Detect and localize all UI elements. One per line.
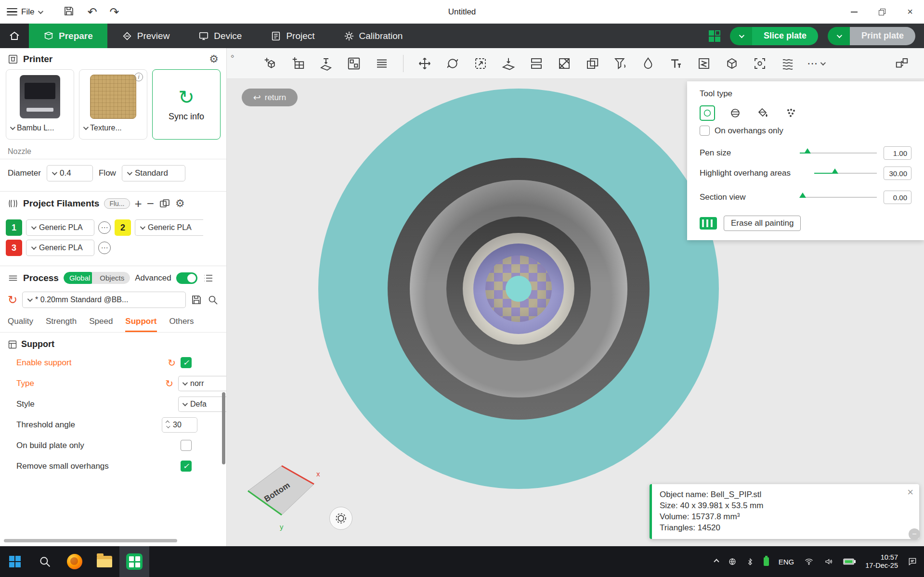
threshold-angle-input[interactable]: 30 xyxy=(162,417,197,433)
color-paint-icon[interactable] xyxy=(639,55,657,72)
section-view-value[interactable]: 0.00 xyxy=(884,191,911,204)
tab-device[interactable]: Device xyxy=(184,24,256,48)
highlight-overhang-value[interactable]: 30.00 xyxy=(884,167,911,180)
bambu-logo-icon[interactable] xyxy=(709,30,720,42)
volume-icon[interactable] xyxy=(824,557,833,566)
print-plate-button[interactable]: Print plate xyxy=(828,27,915,45)
advanced-toggle[interactable] xyxy=(176,272,197,284)
print-dropdown-chevron[interactable] xyxy=(828,27,850,45)
tab-speed[interactable]: Speed xyxy=(89,317,113,332)
frame-icon[interactable] xyxy=(751,55,768,72)
tab-preview[interactable]: Preview xyxy=(107,24,184,48)
flow-select[interactable]: Standard xyxy=(122,165,185,181)
save-icon[interactable] xyxy=(63,5,75,19)
build-plate-card[interactable]: i Texture... xyxy=(79,69,147,140)
flush-options-button[interactable]: Flu... xyxy=(104,198,130,209)
cut-icon[interactable] xyxy=(528,55,545,72)
support-style-select[interactable]: Defa xyxy=(178,397,226,412)
file-explorer-taskbar-icon[interactable] xyxy=(90,546,119,577)
filament-3-more-icon[interactable]: ⋯ xyxy=(98,242,111,254)
home-button[interactable] xyxy=(0,24,29,48)
tray-battery-device-icon[interactable] xyxy=(764,557,769,566)
cube-icon[interactable] xyxy=(723,55,741,72)
tab-calibration[interactable]: Calibration xyxy=(329,24,417,48)
filament-3-chip[interactable]: 3 xyxy=(6,240,22,256)
circle-brush-tool[interactable] xyxy=(700,105,715,121)
model-center-hole[interactable] xyxy=(506,276,532,302)
search-icon[interactable] xyxy=(207,294,219,306)
wifi-icon[interactable] xyxy=(804,557,814,566)
printer-card[interactable]: Bambu L... xyxy=(6,69,74,140)
filament-2-chip[interactable]: 2 xyxy=(115,219,131,236)
tab-support[interactable]: Support xyxy=(125,317,156,332)
toolbar-more-button[interactable]: ⋯ xyxy=(807,57,824,70)
rotate-icon[interactable] xyxy=(444,55,461,72)
slice-plate-button[interactable]: Slice plate xyxy=(730,27,818,45)
tab-prepare[interactable]: Prepare xyxy=(29,24,107,48)
filament-1-more-icon[interactable]: ⋯ xyxy=(98,221,111,234)
enable-support-checkbox[interactable]: ✓ xyxy=(181,357,192,368)
plate-info-icon[interactable]: i xyxy=(134,73,143,81)
remove-small-overhangs-checkbox[interactable]: ✓ xyxy=(181,461,192,472)
gap-fill-tool[interactable] xyxy=(783,105,799,121)
action-center-icon[interactable] xyxy=(908,557,917,566)
minimize-button[interactable] xyxy=(840,0,868,24)
tab-quality[interactable]: Quality xyxy=(8,317,33,332)
text-tool-icon[interactable] xyxy=(667,55,685,72)
support-type-select[interactable]: norr xyxy=(178,376,226,391)
slice-dropdown-chevron[interactable] xyxy=(730,27,752,45)
sync-filament-list-icon[interactable] xyxy=(159,198,170,209)
lay-on-face-icon[interactable] xyxy=(500,55,517,72)
section-view-slider[interactable] xyxy=(800,197,877,198)
highlight-overhang-slider[interactable] xyxy=(814,173,877,174)
auto-orient-icon[interactable] xyxy=(317,55,335,72)
filament-1-chip[interactable]: 1 xyxy=(6,219,22,236)
bambu-studio-taskbar-icon[interactable] xyxy=(119,546,149,577)
tray-expand-icon[interactable] xyxy=(715,560,718,564)
printer-settings-gear-icon[interactable]: ⚙ xyxy=(209,54,219,64)
taskbar-search-button[interactable] xyxy=(30,546,60,577)
erase-all-painting-button[interactable]: Erase all painting xyxy=(724,216,801,231)
modifier-icon[interactable] xyxy=(556,55,573,72)
pen-size-slider[interactable] xyxy=(800,153,877,154)
vertical-scrollbar[interactable] xyxy=(222,392,225,464)
save-preset-icon[interactable] xyxy=(191,294,202,306)
info-close-icon[interactable]: × xyxy=(907,487,913,498)
view-mode-button[interactable] xyxy=(329,507,352,530)
return-button[interactable]: ↩ return xyxy=(242,89,298,106)
tray-app-icon[interactable] xyxy=(728,557,737,566)
bluetooth-icon[interactable] xyxy=(746,557,754,566)
taskbar-clock[interactable]: 10:57 17-Dec-25 xyxy=(865,553,898,570)
scope-global-button[interactable]: Global xyxy=(64,272,96,284)
add-object-icon[interactable] xyxy=(261,55,279,72)
sphere-brush-tool[interactable] xyxy=(728,105,743,121)
on-overhangs-only-checkbox[interactable] xyxy=(700,126,710,136)
start-button[interactable] xyxy=(0,546,30,577)
scope-objects-button[interactable]: Objects xyxy=(92,272,130,284)
reset-icon[interactable]: ↻ xyxy=(165,379,173,388)
process-list-icon[interactable] xyxy=(202,272,214,284)
fill-tool[interactable] xyxy=(755,105,771,121)
orientation-gizmo[interactable]: x y Bottom xyxy=(239,456,326,533)
preset-select[interactable]: * 0.20mm Standard @BB... xyxy=(22,292,186,308)
panel-collapse-icon[interactable]: ‹› xyxy=(231,52,233,60)
on-build-plate-only-checkbox[interactable] xyxy=(181,440,192,451)
scale-icon[interactable] xyxy=(472,55,489,72)
overlap-icon[interactable] xyxy=(584,55,601,72)
sync-info-button[interactable]: ↻ Sync info xyxy=(152,69,221,140)
tab-strength[interactable]: Strength xyxy=(46,317,77,332)
close-button[interactable]: × xyxy=(896,0,924,24)
restore-button[interactable] xyxy=(868,0,896,24)
pen-size-value[interactable]: 1.00 xyxy=(884,146,911,160)
language-indicator[interactable]: ENG xyxy=(779,558,794,566)
horizontal-scrollbar[interactable] xyxy=(4,539,177,542)
assembly-view-icon[interactable] xyxy=(893,55,911,72)
redo-icon[interactable]: ↷ xyxy=(110,6,119,18)
firefox-taskbar-icon[interactable] xyxy=(60,546,90,577)
filament-2-select[interactable]: Generic PLA xyxy=(135,219,203,236)
add-plate-icon[interactable] xyxy=(289,55,307,72)
filament-3-select[interactable]: Generic PLA xyxy=(26,240,94,256)
filament-settings-gear-icon[interactable]: ⚙ xyxy=(175,198,185,209)
arrange-icon[interactable] xyxy=(345,55,363,72)
undo-icon[interactable]: ↶ xyxy=(87,6,97,18)
